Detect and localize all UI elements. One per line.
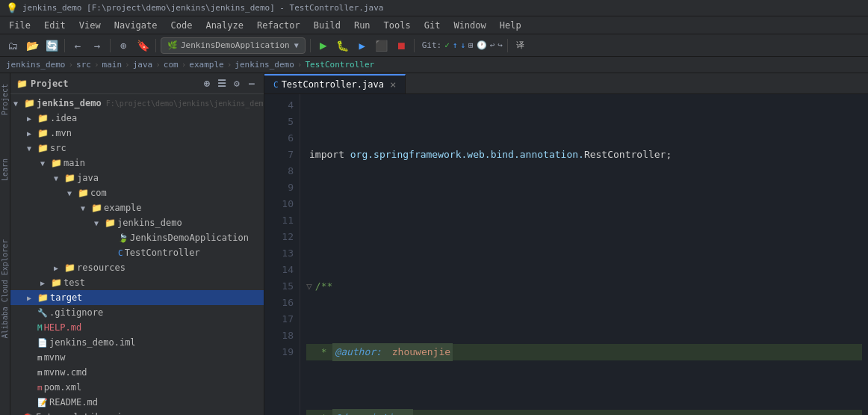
tree-pomxml[interactable]: ▶ m pom.xml	[10, 380, 264, 395]
line-num-5: 5	[267, 114, 294, 130]
tab-cloud-explorer[interactable]: Alibaba Cloud Explorer	[0, 236, 10, 341]
menu-code[interactable]: Code	[165, 19, 199, 32]
code-content[interactable]: import org.springframework.web.bind.anno…	[300, 94, 868, 415]
debug-btn[interactable]: 🐛	[335, 37, 351, 54]
panel-add-btn[interactable]: ⊕	[201, 78, 213, 90]
line-num-15: 15	[267, 278, 294, 295]
tree-pomxml-label: pom.xml	[44, 382, 82, 393]
new-project-btn[interactable]: 🗂	[4, 37, 21, 54]
panel-layout-btn[interactable]: ☰	[216, 78, 228, 90]
profile-btn[interactable]: ⬛	[373, 37, 390, 54]
tree-iml[interactable]: ▶ 📄 jenkins_demo.iml	[10, 335, 264, 350]
tree-main[interactable]: ▼ 📁 main	[10, 156, 264, 170]
sync-btn[interactable]: 🔄	[43, 37, 60, 54]
git-section: Git: ✓ ↑ ↓ ⊞ 🕐 ↩ ↪	[422, 40, 503, 50]
tree-src[interactable]: ▼ 📁 src	[10, 141, 264, 156]
code-line-6: ▽ /**	[306, 278, 862, 295]
tree-example[interactable]: ▼ 📁 example	[10, 200, 264, 215]
code-editor[interactable]: 4 5 6 7 8 9 10 11 12 13 14 15 16 17 18 1…	[264, 94, 868, 415]
open-btn[interactable]: 📂	[24, 37, 40, 54]
tree-target[interactable]: ▶ 📁 target	[10, 290, 264, 305]
breadcrumb-item-4[interactable]: com	[164, 60, 179, 70]
tree-testcontroller[interactable]: ▶ C TestController	[10, 245, 264, 260]
tree-root-label: jenkins_demo	[37, 98, 102, 108]
tab-project[interactable]: Project	[0, 81, 10, 118]
tree-resources[interactable]: ▶ 📁 resources	[10, 260, 264, 275]
panel-actions: ⊕ ☰ ⚙ —	[201, 78, 258, 90]
menu-build[interactable]: Build	[308, 19, 347, 32]
tree-java[interactable]: ▼ 📁 java	[10, 170, 264, 185]
menu-run[interactable]: Run	[348, 19, 376, 32]
menu-window[interactable]: Window	[447, 19, 492, 32]
run-config-dropdown[interactable]: 🌿 JenkinsDemoApplication ▼	[161, 37, 306, 54]
window-title: jenkins_demo [F:\project\demo\jenkins\je…	[22, 3, 383, 13]
git-branch-btn[interactable]: 🕐	[477, 40, 487, 50]
menu-help[interactable]: Help	[494, 19, 527, 32]
tree-idea[interactable]: ▶ 📁 .idea	[10, 111, 264, 126]
tab-learn[interactable]: Learn	[0, 156, 10, 184]
tree-helpmd[interactable]: ▶ M HELP.md	[10, 320, 264, 335]
tree-iml-label: jenkins_demo.iml	[49, 337, 136, 348]
editor-tab-testcontroller[interactable]: C TestController.java ×	[264, 74, 406, 93]
forward-btn[interactable]: →	[89, 37, 105, 54]
menu-edit[interactable]: Edit	[38, 19, 72, 32]
menu-git[interactable]: Git	[418, 19, 447, 32]
coverage-btn[interactable]: ▶	[354, 37, 371, 54]
menu-view[interactable]: View	[73, 19, 107, 32]
breadcrumb-item-7[interactable]: TestController	[305, 60, 374, 70]
breadcrumb-item-1[interactable]: src	[76, 60, 91, 70]
toolbar-sep-1	[64, 39, 65, 52]
breadcrumb-item-2[interactable]: main	[102, 60, 123, 70]
tree-external-libs[interactable]: ▶ 📚 External Libraries	[10, 410, 264, 415]
breadcrumb-item-3[interactable]: java	[133, 60, 153, 70]
tree-root[interactable]: ▼ 📁 jenkins_demo F:\project\demo\jenkins…	[10, 96, 264, 111]
line-num-18: 18	[267, 328, 294, 344]
tree-jenkins-app[interactable]: ▶ 🍃 JenkinsDemoApplication	[10, 230, 264, 245]
breadcrumb-item-6[interactable]: jenkins_demo	[235, 60, 294, 70]
tree-jenkins-demo-pkg[interactable]: ▼ 📁 jenkins_demo	[10, 215, 264, 230]
panel-collapse-btn[interactable]: —	[246, 78, 258, 90]
git-update-btn[interactable]: ✓	[444, 40, 450, 50]
git-redo-btn[interactable]: ↪	[497, 40, 503, 50]
menu-analyze[interactable]: Analyze	[199, 19, 249, 32]
breadcrumb-item-5[interactable]: example	[189, 60, 223, 70]
navigate-btn[interactable]: ⊕	[115, 37, 131, 54]
tree-target-label: target	[50, 292, 82, 303]
project-title: Project	[31, 79, 69, 89]
stop-btn[interactable]: ⏹	[393, 37, 409, 54]
tree-readmemd[interactable]: ▶ 📝 README.md	[10, 395, 264, 410]
menu-tools[interactable]: Tools	[378, 19, 417, 32]
toolbar-sep-6	[507, 39, 508, 52]
breadcrumb: jenkins_demo › src › main › java › com ›…	[0, 57, 868, 73]
bookmark-btn[interactable]: 🔖	[134, 37, 151, 54]
toolbar-sep-2	[110, 39, 111, 52]
tree-mvnw[interactable]: ▶ m mvnw	[10, 350, 264, 365]
translate-btn[interactable]: 译	[512, 37, 529, 54]
tree-src-label: src	[50, 143, 66, 153]
line-num-14: 14	[267, 262, 294, 278]
menu-file[interactable]: File	[3, 19, 37, 32]
code-line-8: ▽ * @description:	[306, 410, 862, 415]
run-btn[interactable]: ▶	[315, 37, 332, 54]
tree-gitignore[interactable]: ▶ 🔧 .gitignore	[10, 305, 264, 320]
tree-test[interactable]: ▶ 📁 test	[10, 275, 264, 290]
tree-mvn[interactable]: ▶ 📁 .mvn	[10, 126, 264, 141]
tree-com[interactable]: ▼ 📁 com	[10, 185, 264, 200]
menu-refactor[interactable]: Refactor	[251, 19, 306, 32]
git-undo-btn[interactable]: ↩	[490, 40, 495, 50]
back-btn[interactable]: ←	[69, 37, 86, 54]
menu-navigate[interactable]: Navigate	[108, 19, 164, 32]
tree-mvnwcmd-label: mvnw.cmd	[44, 367, 87, 378]
git-history-btn[interactable]: ⊞	[468, 40, 474, 50]
git-push-btn[interactable]: ↑	[453, 40, 458, 50]
git-pull-btn[interactable]: ↓	[460, 40, 465, 50]
panel-settings-btn[interactable]: ⚙	[231, 78, 243, 90]
project-icon: 📁	[16, 79, 28, 89]
tree-mvnwcmd[interactable]: ▶ m mvnw.cmd	[10, 365, 264, 380]
breadcrumb-item-0[interactable]: jenkins_demo	[6, 60, 65, 70]
tree-external-libs-label: External Libraries	[36, 412, 133, 415]
main-layout: Project Learn Alibaba Cloud Explorer 📁 P…	[0, 73, 868, 415]
line-num-9: 9	[267, 179, 294, 196]
tab-close-btn[interactable]: ×	[390, 79, 396, 90]
fold-6[interactable]: ▽	[306, 278, 312, 295]
